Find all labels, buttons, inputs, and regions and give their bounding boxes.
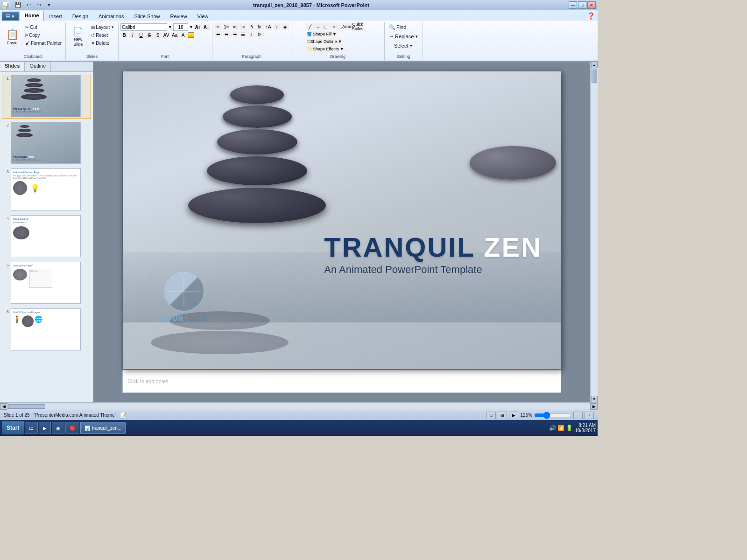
reset-button[interactable]: ↺ Reset [89,31,116,39]
start-button[interactable]: Start [2,421,24,434]
font-name-input[interactable] [120,23,167,31]
font-size-input[interactable] [173,23,188,31]
tab-home[interactable]: Home [20,11,44,21]
replace-button[interactable]: ↔ Replace ▼ [387,33,421,40]
tab-design[interactable]: Design [67,12,93,21]
slide-thumb-3[interactable]: 3 Animated Content Page This page and co… [2,167,91,212]
increase-font-btn[interactable]: A↑ [194,24,202,30]
slide-thumb-5[interactable]: 5 Animated or Static? table content [2,260,91,305]
tab-review[interactable]: Review [165,12,192,21]
quick-styles-btn[interactable]: Quick Styles [354,23,361,30]
shape-effects-btn[interactable]: ✨ Shape Effects ▼ [306,46,345,52]
paste-button[interactable]: 📋 Paste [2,23,22,51]
redo-qat-btn[interactable]: ↪ [34,1,43,9]
line-spacing-btn[interactable]: ↕ [248,31,255,37]
notes-area[interactable]: Click to add notes [122,370,561,393]
copy-button[interactable]: ⎘Copy [23,31,63,39]
save-qat-btn[interactable]: 💾 [14,1,23,9]
tab-file[interactable]: File [2,12,19,21]
convert-smartart-btn[interactable]: ◈ [282,23,289,30]
shape-fill-btn[interactable]: 🪣 Shape Fill ▼ [306,31,337,37]
slide-sorter-btn[interactable]: ⊞ [498,412,507,419]
taskbar-explorer[interactable]: 🗂 [25,422,38,434]
case-btn[interactable]: Aa [171,32,178,38]
slide-thumb-6[interactable]: 6 Useful Clipart and Images 🧍 🌐 [2,307,91,352]
horizontal-scrollbar[interactable]: ◀ ▶ [0,402,598,410]
zoom-in-btn[interactable]: + [585,412,594,419]
zoom-slider[interactable] [534,413,571,418]
slideshow-btn[interactable]: ▶ [509,412,518,419]
strikethrough-btn[interactable]: S [146,32,153,38]
spacing-btn[interactable]: AV [162,32,170,38]
rtl-btn[interactable]: ↰ [248,23,255,30]
slides-list[interactable]: 1 TRANQUIL ZEN An Animated PowerPoint Te [0,72,93,402]
tab-view[interactable]: View [192,12,214,21]
vertical-scrollbar[interactable]: ▲ ▼ [590,62,598,402]
align-center-btn[interactable]: ⬌ [223,31,230,37]
number-btn[interactable]: 1≡ [223,23,230,30]
shape-outline-btn[interactable]: □ Shape Outline ▼ [306,38,342,45]
italic-btn[interactable]: I [129,32,136,38]
clear-format-btn[interactable]: A [179,32,187,38]
scroll-down-btn[interactable]: ▼ [591,396,598,402]
find-button[interactable]: 🔍 Find [387,23,409,31]
columns-btn[interactable]: ⫸ [256,23,264,30]
indent-increase-btn[interactable]: ⇥ [240,23,247,30]
slide-canvas[interactable]: TRANQUIL ZEN An Animated PowerPoint Temp… [122,71,561,370]
outline-tab[interactable]: Outline [25,62,51,71]
format-painter-button[interactable]: 🖌Format Painter [23,39,63,47]
bold-btn[interactable]: B [120,32,128,38]
shape-line-btn[interactable]: ╱ [306,23,314,30]
undo-qat-btn[interactable]: ↩ [24,1,33,9]
scroll-thumb[interactable] [592,69,597,83]
help-icon[interactable]: ❓ [584,11,598,21]
font-color-btn[interactable] [188,32,194,38]
taskbar-chrome[interactable]: ◉ [52,422,64,434]
tab-animations[interactable]: Animations [93,12,129,21]
shadow-btn[interactable]: S [154,32,162,38]
taskbar-powerpoint[interactable]: 📊 tranquil_zen... [80,422,126,434]
columns2-btn[interactable]: ⫸ [256,31,264,37]
tab-insert[interactable]: Insert [44,12,67,21]
tab-slideshow[interactable]: Slide Show [129,12,165,21]
scroll-right-btn[interactable]: ▶ [590,403,598,410]
hscroll-thumb[interactable] [8,404,45,409]
shape-oval-btn[interactable]: ○ [330,23,338,30]
bullet-btn[interactable]: ≡ [214,23,222,30]
minimize-btn[interactable]: — [569,1,577,9]
zoom-out-btn[interactable]: − [573,412,583,419]
underline-btn[interactable]: U [137,32,145,38]
slide-thumb-1[interactable]: 1 TRANQUIL ZEN An Animated PowerPoint Te [2,74,91,119]
new-slide-button[interactable]: 📄 New Slide [68,23,88,51]
logo-area[interactable]: YOURLOGO [160,271,208,322]
delete-button[interactable]: ✕ Delete [89,39,116,47]
slide-thumb-2[interactable]: 2 TRANQUIL ZEN An Animated PowerPoint Te… [2,120,91,165]
notes-placeholder[interactable]: Click to add notes [127,378,168,384]
align-right-btn[interactable]: ➡ [231,31,239,37]
select-button[interactable]: ⊹ Select ▼ [387,42,416,49]
scroll-left-btn[interactable]: ◀ [0,403,7,410]
close-btn[interactable]: ✕ [587,1,596,9]
slide-thumb-4[interactable]: 4 Static Layout A Static Layout [2,214,91,259]
align-text-btn[interactable]: ↕ [273,23,281,30]
run-qat-btn[interactable]: ▼ [44,1,54,9]
align-left-btn[interactable]: ⬅ [214,31,222,37]
font-name-arrow[interactable]: ▼ [168,25,172,29]
justify-btn[interactable]: ☰ [240,31,247,37]
slide-title-area[interactable]: TRANQUIL ZEN An Animated PowerPoint Temp… [324,234,542,276]
slides-tab[interactable]: Slides [0,62,25,71]
layout-button[interactable]: ⊞ Layout ▼ [89,23,116,31]
decrease-font-btn[interactable]: A↓ [203,24,210,30]
shape-arrow-btn[interactable]: → [314,23,322,30]
normal-view-btn[interactable]: □ [486,412,496,419]
shape-rect-btn[interactable]: □ [322,23,330,30]
cut-button[interactable]: ✂Cut [23,23,63,31]
taskbar-media[interactable]: ▶ [39,422,51,434]
scroll-up-btn[interactable]: ▲ [591,62,598,68]
taskbar-app4[interactable]: 🔴 [65,422,79,434]
indent-decrease-btn[interactable]: ⇤ [231,23,239,30]
notes-view-icon[interactable]: 📝 [120,412,127,419]
maximize-btn[interactable]: □ [578,1,586,9]
font-size-arrow[interactable]: ▼ [189,25,193,29]
text-direction-btn[interactable]: ↕A [265,23,272,30]
